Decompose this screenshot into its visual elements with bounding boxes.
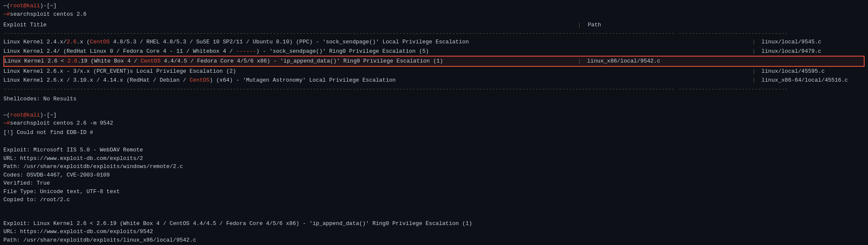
terminal: ─(root@kali)-[~] ─# searchsploit centos … — [0, 0, 868, 245]
result-row-4: Linux Kernel 2.6.x - 3/x.x (PCR_EVENT)s … — [3, 67, 865, 76]
pipe-header: | — [578, 22, 581, 28]
detail-exploit-2: Exploit: Linux Kernel 2.6 < 2.6.19 (Whit… — [3, 219, 865, 228]
path-2: linux/local/9479.c — [758, 47, 865, 56]
path-3: linux_x86/local/9542.c — [584, 57, 690, 66]
prompt-cmd-line-2: ─# searchsploit centos 2.6 -m 9542 — [3, 119, 865, 128]
blank-2 — [3, 137, 865, 142]
detail-url-2: URL: https://www.exploit-db.com/exploits… — [3, 228, 865, 236]
prompt-at-2: @ — [23, 111, 27, 120]
detail-section-9542: Exploit: Linux Kernel 2.6 < 2.6.19 (Whit… — [3, 219, 865, 245]
detail-section-iis: Exploit: Microsoft IIS 5.0 - WebDAV Remo… — [3, 146, 865, 204]
prompt-hash-1: ─# — [3, 10, 10, 19]
blank-1 — [3, 105, 865, 111]
prompt-hash-2: ─# — [3, 119, 10, 128]
prompt-host-1: kali — [27, 2, 40, 10]
detail-path-2: Path: /usr/share/exploitdb/exploits/linu… — [3, 236, 865, 245]
pipe-2: | — [752, 47, 756, 56]
detail-filetype-1: File Type: Unicode text, UTF-8 text — [3, 188, 865, 196]
result-title-1: Linux Kernel 2.4.x/2.6.x (CentOS 4.8/5.3… — [3, 38, 750, 46]
result-title-3: Linux Kernel 2.6 < 2.6.19 (White Box 4 /… — [4, 57, 575, 66]
blank-4 — [3, 210, 865, 216]
shellcodes-no-results: Shellcodes: No Results — [3, 95, 865, 103]
prompt-command-2: searchsploit centos 2.6 -m 9542 — [10, 119, 113, 128]
pipe-5: | — [752, 76, 756, 85]
detail-exploit-1: Exploit: Microsoft IIS 5.0 - WebDAV Remo… — [3, 146, 865, 154]
prompt-bracket-close-2: )-[~] — [40, 111, 57, 120]
prompt-bracket-1: ─( — [3, 2, 10, 10]
prompt-bracket-close-1: )-[~] — [40, 2, 57, 10]
detail-path-1: Path: /usr/share/exploitdb/exploits/wind… — [3, 162, 865, 171]
edb-error: [!] Could not find EDB-ID # — [3, 128, 865, 137]
prompt-bracket-2: ─( — [3, 111, 10, 120]
prompt-user-1: root — [10, 2, 23, 10]
result-title-5: Linux Kernel 2.6.x / 3.10.x / 4.14.x (Re… — [3, 76, 750, 85]
result-row-5: Linux Kernel 2.6.x / 3.10.x / 4.14.x (Re… — [3, 76, 865, 85]
path-4: linux/local/45595.c — [758, 67, 865, 76]
result-row-1: Linux Kernel 2.4.x/2.6.x (CentOS 4.8/5.3… — [3, 37, 865, 47]
result-title-4: Linux Kernel 2.6.x - 3/x.x (PCR_EVENT)s … — [3, 67, 750, 76]
detail-verified-1: Verified: True — [3, 179, 865, 188]
table-header-row: Exploit Title | Path — [3, 21, 865, 29]
prompt-at-1: @ — [23, 2, 27, 10]
prompt-line-2: ─(root@kali)-[~] — [3, 111, 865, 120]
result-title-2: Linux Kernel 2.4/ (RedHat Linux 0 / Fedo… — [3, 47, 750, 56]
detail-url-1: URL: https://www.exploit-db.com/exploits… — [3, 154, 865, 163]
blank-3 — [3, 204, 865, 210]
prompt-cmd-line-1: ─# searchsploit centos 2.6 — [3, 10, 865, 19]
path-header: Path — [584, 22, 601, 28]
pipe-3: | — [578, 57, 581, 66]
exploit-title-header: Exploit Title — [3, 21, 574, 29]
prompt-command-1: searchsploit centos 2.6 — [10, 10, 87, 19]
detail-codes-1: Codes: OSVDB-4467, CVE-2003-0109 — [3, 171, 865, 179]
prompt-user-2: root — [10, 111, 23, 120]
pipe-1: | — [752, 38, 756, 46]
prompt-host-2: kali — [27, 111, 40, 120]
table-divider: ----------------------------------------… — [3, 29, 865, 38]
path-5: linux_x86-64/local/45516.c — [758, 76, 865, 85]
path-1: linux/local/9545.c — [758, 38, 865, 46]
result-row-2: Linux Kernel 2.4/ (RedHat Linux 0 / Fedo… — [3, 47, 865, 56]
result-row-3-highlighted: Linux Kernel 2.6 < 2.6.19 (White Box 4 /… — [3, 56, 865, 67]
prompt-line-1: ─(root@kali)-[~] — [3, 2, 865, 10]
table-divider-2: ----------------------------------------… — [3, 85, 865, 94]
pipe-4: | — [752, 67, 756, 76]
detail-copied-1: Copied to: /root/2.c — [3, 196, 865, 204]
